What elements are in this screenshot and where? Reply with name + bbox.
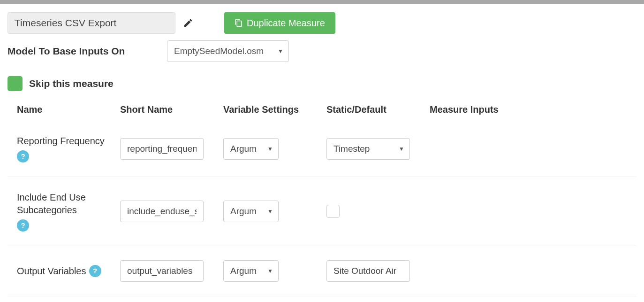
header-row: Duplicate Measure: [8, 12, 636, 34]
default-checkbox[interactable]: [326, 205, 340, 218]
variable-settings-select[interactable]: Argum ▼: [223, 138, 279, 160]
row-name-cell: Include End Use Subcategories ?: [17, 191, 120, 232]
table-row: Include End Use Subcategories ? Argum ▼: [8, 177, 636, 246]
variable-settings-value: Argum: [223, 201, 279, 222]
model-row: Model To Base Inputs On EmptySeedModel.o…: [8, 40, 636, 62]
default-cell: [326, 205, 430, 218]
table-row: Output Variables ? Argum ▼: [8, 246, 636, 296]
col-variable-settings: Variable Settings: [223, 104, 326, 115]
pencil-icon[interactable]: [183, 18, 193, 28]
help-icon[interactable]: ?: [17, 150, 29, 163]
skip-row: Skip this measure: [8, 76, 636, 91]
main-content: Duplicate Measure Model To Base Inputs O…: [0, 4, 644, 302]
variable-settings-value: Argum: [223, 138, 279, 160]
default-text-input[interactable]: [326, 260, 410, 282]
short-name-input[interactable]: [120, 201, 204, 222]
default-select[interactable]: Timestep ▼: [326, 138, 410, 160]
short-name-cell: [120, 138, 223, 160]
duplicate-measure-button[interactable]: Duplicate Measure: [224, 12, 335, 34]
short-name-cell: [120, 260, 223, 282]
row-name-cell: Reporting Frequency ?: [17, 135, 120, 163]
row-name-label: Include End Use Subcategories: [17, 191, 111, 217]
duplicate-button-label: Duplicate Measure: [247, 18, 325, 29]
model-select[interactable]: EmptySeedModel.osm ▼: [167, 40, 289, 62]
table-row: Reporting Frequency ? Argum ▼ Timestep ▼: [8, 121, 636, 177]
model-select-value: EmptySeedModel.osm: [167, 40, 289, 62]
help-icon[interactable]: ?: [17, 219, 29, 232]
table-header: Name Short Name Variable Settings Static…: [8, 104, 636, 121]
skip-measure-label: Skip this measure: [29, 78, 114, 89]
default-select-value: Timestep: [326, 138, 410, 160]
variable-settings-cell: Argum ▼: [223, 138, 326, 160]
variable-settings-cell: Argum ▼: [223, 260, 326, 282]
help-icon[interactable]: ?: [89, 265, 101, 277]
copy-icon: [235, 19, 243, 27]
short-name-cell: [120, 201, 223, 222]
variable-settings-cell: Argum ▼: [223, 201, 326, 222]
row-name-label: Output Variables: [17, 265, 86, 278]
default-cell: [326, 260, 430, 282]
col-static-default: Static/Default: [326, 104, 430, 115]
skip-measure-checkbox[interactable]: [8, 76, 23, 91]
col-name: Name: [17, 104, 120, 115]
measure-title-input[interactable]: [8, 12, 175, 34]
variable-settings-select[interactable]: Argum ▼: [223, 201, 279, 222]
short-name-input[interactable]: [120, 138, 204, 160]
col-short-name: Short Name: [120, 104, 223, 115]
short-name-input[interactable]: [120, 260, 204, 282]
col-measure-inputs: Measure Inputs: [430, 104, 627, 115]
row-name-label: Reporting Frequency: [17, 135, 105, 147]
model-label: Model To Base Inputs On: [8, 46, 167, 57]
inputs-table: Name Short Name Variable Settings Static…: [8, 104, 636, 296]
row-name-cell: Output Variables ?: [17, 265, 120, 278]
window-top-bar: [0, 0, 644, 4]
default-cell: Timestep ▼: [326, 138, 430, 160]
variable-settings-value: Argum: [223, 260, 279, 282]
variable-settings-select[interactable]: Argum ▼: [223, 260, 279, 282]
